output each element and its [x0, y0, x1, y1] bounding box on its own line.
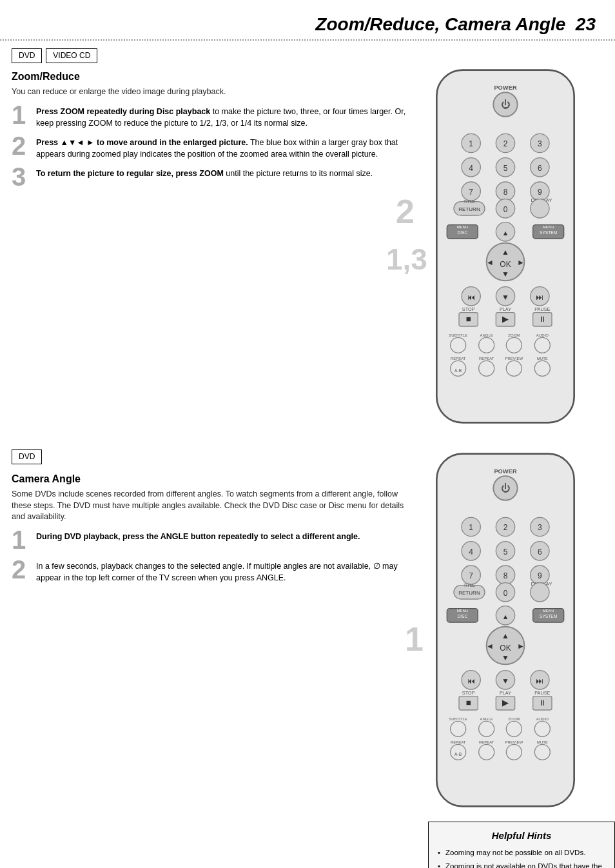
svg-text:REPEAT: REPEAT	[451, 357, 466, 360]
svg-text:⏭: ⏭	[536, 676, 543, 686]
svg-text:►: ►	[517, 258, 525, 267]
svg-text:4: 4	[469, 547, 473, 557]
svg-text:STOP: STOP	[462, 306, 475, 312]
page-header: Zoom/Reduce, Camera Angle 23	[0, 0, 615, 41]
svg-text:0: 0	[503, 589, 508, 598]
svg-text:⏻: ⏻	[501, 483, 511, 494]
camera-step-label-1: 1	[405, 616, 424, 663]
zoom-step-3-number: 3	[12, 164, 36, 190]
svg-text:▶: ▶	[502, 698, 509, 708]
svg-text:◄: ◄	[486, 258, 494, 267]
svg-text:0: 0	[503, 205, 508, 214]
svg-text:PLAY: PLAY	[500, 306, 511, 312]
zoom-step-2: 2 Press ▲▼◄ ► to move around in the enla…	[12, 135, 415, 160]
svg-text:RETURN: RETURN	[458, 206, 480, 212]
zoom-step-1: 1 Press ZOOM repeatedly during Disc play…	[12, 104, 415, 129]
camera-step-1-text: During DVD playback, press the ANGLE but…	[36, 529, 360, 542]
zoom-left-col: Zoom/Reduce You can reduce or enlarge th…	[12, 66, 428, 430]
svg-text:■: ■	[466, 698, 471, 708]
svg-text:■: ■	[466, 314, 471, 324]
svg-text:9: 9	[538, 188, 542, 197]
svg-text:⏮: ⏮	[467, 293, 475, 302]
svg-text:PLAY: PLAY	[500, 690, 511, 696]
camera-remote-svg: POWER ⏻ 1 2 3 4 5 6 7	[428, 449, 583, 811]
svg-text:DISC: DISC	[457, 615, 467, 619]
svg-text:MENU: MENU	[456, 609, 468, 613]
camera-step-1: 1 During DVD playback, press the ANGLE b…	[12, 529, 415, 553]
zoom-step-label-2: 2	[396, 188, 415, 235]
svg-text:REPEAT: REPEAT	[451, 740, 466, 744]
svg-text:▲: ▲	[502, 632, 509, 641]
svg-text:◄: ◄	[486, 642, 494, 651]
camera-disc-badges: DVD	[12, 449, 415, 468]
svg-text:▲: ▲	[502, 229, 509, 237]
svg-text:⏸: ⏸	[538, 699, 546, 708]
hints-list: Zooming may not be possible on all DVDs.…	[438, 847, 605, 868]
dvd-badge: DVD	[12, 48, 42, 63]
svg-text:9: 9	[538, 571, 542, 580]
zoom-remote-wrapper: 2 1,3 POWER ⏻ 1 2 3	[428, 66, 583, 430]
svg-text:⏸: ⏸	[538, 315, 546, 324]
zoom-remote-svg: POWER ⏻ 1 2 3 4 5 6	[428, 66, 583, 427]
svg-text:1: 1	[469, 524, 473, 533]
svg-text:6: 6	[538, 164, 542, 173]
svg-text:TITLE: TITLE	[464, 584, 476, 588]
svg-text:A-B: A-B	[454, 752, 462, 756]
zoom-step-label-13: 1,3	[386, 239, 427, 280]
svg-text:2: 2	[503, 524, 508, 533]
svg-text:▼: ▼	[502, 293, 509, 302]
zoom-step-2-number: 2	[12, 133, 36, 159]
camera-section: DVD Camera Angle Some DVDs include scene…	[0, 449, 615, 868]
zoom-section: DVD VIDEO CD Zoom/Reduce You can reduce …	[0, 44, 615, 430]
svg-text:⏮: ⏮	[467, 676, 475, 686]
zoom-step-1-text: Press ZOOM repeatedly during Disc playba…	[36, 104, 415, 129]
svg-text:7: 7	[469, 188, 473, 197]
svg-text:⏻: ⏻	[501, 99, 511, 110]
svg-text:2: 2	[503, 139, 508, 148]
svg-text:POWER: POWER	[494, 84, 517, 91]
zoom-heading: Zoom/Reduce	[12, 70, 415, 84]
svg-text:SYSTEM: SYSTEM	[540, 615, 557, 619]
camera-step-2: 2 In a few seconds, playback changes to …	[12, 559, 415, 584]
page-title: Zoom/Reduce, Camera Angle 23	[315, 14, 596, 34]
svg-text:⏭: ⏭	[536, 293, 543, 302]
svg-text:MENU: MENU	[543, 225, 554, 229]
svg-point-103	[531, 583, 549, 602]
svg-text:6: 6	[538, 547, 542, 557]
hints-title: Helpful Hints	[438, 829, 605, 842]
svg-text:AUDIO: AUDIO	[536, 333, 549, 337]
camera-step-2-text: In a few seconds, playback changes to th…	[36, 559, 415, 584]
svg-text:A-B: A-B	[454, 368, 462, 373]
svg-text:▼: ▼	[502, 653, 509, 662]
zoom-step-1-number: 1	[12, 102, 36, 128]
svg-text:SUBTITLE: SUBTITLE	[449, 717, 467, 721]
camera-subtext: Some DVDs include scenes recorded from d…	[12, 489, 415, 523]
svg-text:STOP: STOP	[462, 690, 475, 696]
svg-text:8: 8	[503, 571, 508, 580]
svg-text:TITLE: TITLE	[464, 199, 476, 204]
svg-text:OK: OK	[500, 644, 511, 653]
camera-dvd-badge: DVD	[12, 449, 42, 464]
svg-text:►: ►	[517, 642, 525, 651]
zoom-step-2-text: Press ▲▼◄ ► to move around in the enlarg…	[36, 135, 415, 160]
svg-text:8: 8	[503, 188, 508, 197]
svg-text:5: 5	[503, 164, 508, 173]
helpful-hints-box: Helpful Hints Zooming may not be possibl…	[428, 822, 615, 868]
camera-heading: Camera Angle	[12, 472, 415, 486]
hint-item-1: Zooming may not be possible on all DVDs.	[438, 847, 605, 858]
svg-text:▶: ▶	[502, 314, 509, 324]
svg-text:SUBTITLE: SUBTITLE	[449, 333, 467, 337]
camera-step-2-number: 2	[12, 557, 36, 582]
svg-text:1: 1	[469, 139, 473, 148]
hint-item-2: Zooming is not available on DVDs that ha…	[438, 861, 605, 868]
svg-text:ANGLE: ANGLE	[480, 717, 493, 721]
camera-step-1-number: 1	[12, 527, 36, 553]
zoom-step-3: 3 To return the picture to regular size,…	[12, 166, 415, 190]
svg-text:RETURN: RETURN	[458, 591, 480, 597]
svg-text:3: 3	[538, 139, 542, 148]
svg-text:PAUSE: PAUSE	[534, 306, 550, 312]
camera-remote-wrapper: 1 POWER ⏻ 1 2 3 4 5	[428, 449, 583, 814]
svg-text:ANGLE: ANGLE	[480, 333, 493, 337]
svg-text:▼: ▼	[502, 676, 509, 686]
zoom-right-col: 2 1,3 POWER ⏻ 1 2 3	[428, 66, 615, 430]
